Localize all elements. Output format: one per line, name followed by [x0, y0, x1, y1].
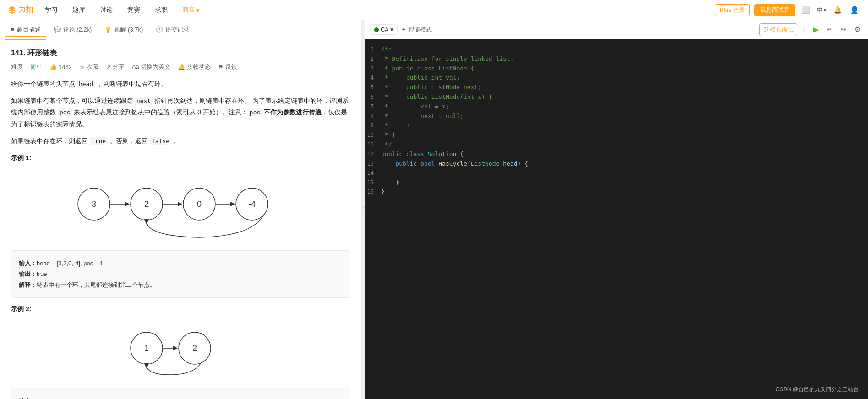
example1-explanation: 解释：链表中有一个环，其尾部连接到第二个节点。	[19, 280, 343, 290]
undo-button[interactable]: ↩	[824, 24, 835, 35]
problem-description: 给你一个链表的头节点 head ，判断链表中是否有环。 如果链表中有某个节点，可…	[11, 78, 350, 147]
svg-text:-4: -4	[248, 200, 255, 209]
code-line-13: 13 public bool HasCycle(ListNode head) {	[365, 159, 868, 169]
code-line-1: 1 /**	[365, 45, 868, 54]
smart-mode-toggle[interactable]: ✦ 智能模式	[401, 26, 432, 34]
problem-meta: 难度 简单 👍 1462 ☆ 收藏 ↗ 分享 Aa 切换为英文	[11, 63, 350, 71]
navbar-right: Plus 会员 我是面试官 ⬜ 中 ▾ 🔔 👤	[715, 4, 861, 16]
desc-para-3: 如果链表中存在环，则返回 true 。否则，返回 false 。	[11, 135, 350, 147]
svg-marker-21	[144, 363, 149, 369]
nav-problems[interactable]: 题库	[70, 4, 88, 16]
share-button[interactable]: ↗ 分享	[106, 63, 125, 71]
tablet-icon[interactable]: ⬜	[800, 4, 812, 16]
language-circle	[374, 27, 379, 32]
code-line-11: 11 */	[365, 140, 868, 150]
nav-discuss[interactable]: 讨论	[97, 4, 115, 16]
problem-title: 141. 环形链表	[11, 49, 350, 58]
example2-title: 示例 2:	[11, 305, 350, 313]
interview-button[interactable]: 我是面试官	[754, 4, 795, 16]
settings-button[interactable]: ⚙	[852, 25, 863, 34]
code-line-14: 14	[365, 168, 868, 178]
likes-button[interactable]: 👍 1462	[49, 64, 72, 70]
svg-text:3: 3	[91, 200, 96, 209]
code-toolbar: C# ▾ ✦ 智能模式 ⏱ 模拟面试 i ▶ ↩ ↪ ⚙	[365, 20, 868, 39]
code-line-7: 7 * val = x;	[365, 102, 868, 112]
language-selector[interactable]: 中 ▾	[817, 6, 827, 14]
redo-button[interactable]: ↪	[838, 24, 849, 35]
example1-box: 输入：head = [3,2,0,-4], pos = 1 输出：true 解释…	[11, 250, 350, 298]
code-line-2: 2 * Definition for singly-linked list.	[365, 54, 868, 64]
diagram1-svg: 3 2 0	[71, 170, 291, 243]
logo-text: 力扣	[18, 5, 33, 15]
example2-box: 输入：head = [1,2], pos = 0 输出：true 解释：链表中有…	[11, 388, 350, 399]
problem-content: 141. 环形链表 难度 简单 👍 1462 ☆ 收藏 ↗ 分享	[0, 39, 361, 399]
svg-text:2: 2	[144, 200, 148, 209]
main-layout: ≡ 题目描述 💬 评论 (2.2k) 💡 题解 (3.7k) 🕐 提交记录 14…	[0, 20, 868, 399]
code-editor-area[interactable]: 1 /** 2 * Definition for singly-linked l…	[365, 39, 868, 399]
notification-icon[interactable]: 🔔	[831, 4, 844, 16]
desc-para-2: 如果链表中有某个节点，可以通过连续跟踪 next 指针再次到达，则链表中存在环。…	[11, 95, 350, 130]
svg-marker-18	[173, 346, 178, 350]
example1-input: 输入：head = [3,2,0,-4], pos = 1	[19, 258, 343, 269]
navbar: 力扣 学习 题库 讨论 竞赛 求职 商店 ▾ Plus 会员 我是面试官 ⬜ 中…	[0, 0, 868, 20]
diagram2-svg: 1 2	[126, 321, 236, 380]
nav-study[interactable]: 学习	[42, 4, 60, 16]
watermark: CSDN @自己的九又四分之三站台	[775, 386, 859, 394]
nav-store[interactable]: 商店 ▾	[180, 4, 202, 16]
tab-bar: ≡ 题目描述 💬 评论 (2.2k) 💡 题解 (3.7k) 🕐 提交记录	[0, 20, 361, 39]
plus-member-button[interactable]: Plus 会员	[715, 4, 750, 16]
tab-comments[interactable]: 💬 评论 (2.2k)	[48, 23, 98, 37]
logo[interactable]: 力扣	[7, 5, 33, 15]
example1-output: 输出：true	[19, 269, 343, 279]
language-selector[interactable]: C# ▾	[370, 24, 398, 35]
code-line-15: 15 }	[365, 178, 868, 188]
translate-button[interactable]: Aa 切换为英文	[132, 63, 171, 71]
svg-marker-14	[144, 219, 149, 225]
user-avatar[interactable]: 👤	[848, 4, 861, 16]
run-button[interactable]: ▶	[811, 25, 820, 34]
code-line-4: 4 * public int val;	[365, 73, 868, 83]
simulate-interview-button[interactable]: ⏱ 模拟面试	[759, 23, 797, 36]
diagram1-container: 3 2 0	[11, 170, 350, 243]
left-panel: ≡ 题目描述 💬 评论 (2.2k) 💡 题解 (3.7k) 🕐 提交记录 14…	[0, 20, 362, 399]
code-line-8: 8 * next = null;	[365, 112, 868, 121]
example2-input: 输入：head = [1,2], pos = 0	[19, 395, 343, 399]
svg-text:2: 2	[192, 344, 197, 353]
smart-mode-label: 智能模式	[408, 26, 432, 34]
code-line-12: 12 public class Solution {	[365, 150, 868, 159]
code-line-16: 16 }	[365, 187, 868, 197]
info-button[interactable]: i	[801, 24, 808, 35]
svg-marker-7	[178, 202, 182, 206]
code-line-10: 10 * }	[365, 130, 868, 140]
tab-submissions[interactable]: 🕐 提交记录	[150, 23, 195, 37]
nav-contest[interactable]: 竞赛	[125, 4, 143, 16]
star-button[interactable]: ☆ 收藏	[79, 63, 98, 71]
svg-text:1: 1	[144, 344, 148, 353]
diagram2-container: 1 2	[11, 321, 350, 380]
example1-title: 示例 1:	[11, 154, 350, 162]
code-actions: ⏱ 模拟面试 i ▶ ↩ ↪ ⚙	[759, 23, 863, 36]
notify-button[interactable]: 🔔 接收动态	[178, 63, 211, 71]
nav-jobs[interactable]: 求职	[152, 4, 170, 16]
feedback-button[interactable]: ⚑ 反馈	[218, 63, 237, 71]
svg-marker-3	[125, 202, 130, 206]
right-panel: C# ▾ ✦ 智能模式 ⏱ 模拟面试 i ▶ ↩ ↪ ⚙	[365, 20, 868, 399]
language-label: C#	[381, 26, 388, 33]
difficulty-value: 简单	[30, 63, 42, 71]
svg-marker-11	[230, 202, 235, 206]
desc-para-1: 给你一个链表的头节点 head ，判断链表中是否有环。	[11, 78, 350, 90]
difficulty-label: 难度	[11, 63, 23, 71]
code-line-6: 6 * public ListNode(int x) {	[365, 92, 868, 102]
code-line-3: 3 * public class ListNode {	[365, 64, 868, 74]
code-line-5: 5 * public ListNode next;	[365, 83, 868, 92]
code-line-9: 9 * }	[365, 121, 868, 130]
language-chevron: ▾	[390, 26, 393, 33]
tab-solutions[interactable]: 💡 题解 (3.7k)	[99, 23, 148, 37]
svg-text:0: 0	[197, 200, 201, 209]
tab-description[interactable]: ≡ 题目描述	[5, 23, 46, 37]
